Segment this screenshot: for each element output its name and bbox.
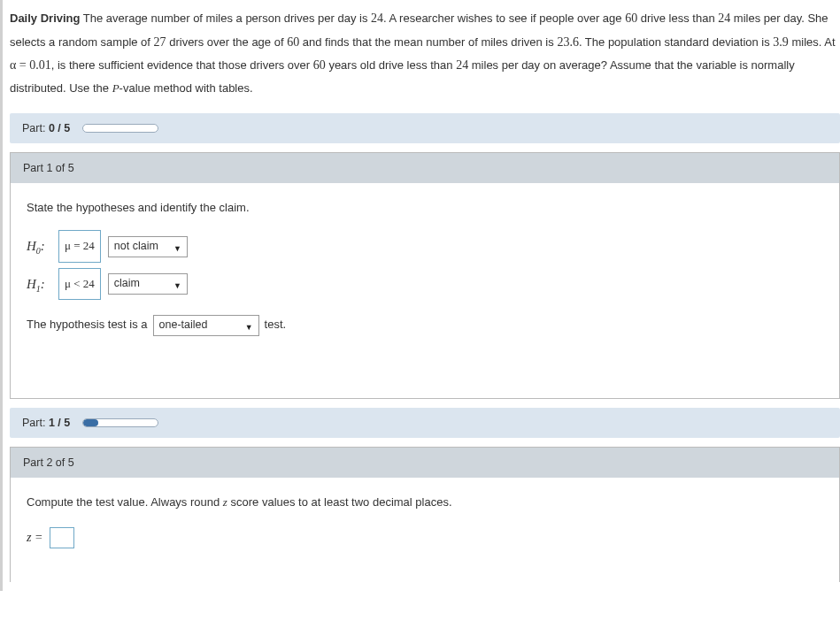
part-2-header: Part 2 of 5	[11, 448, 839, 478]
progress-track-0	[82, 124, 158, 133]
problem-statement: Daily Driving The average number of mile…	[10, 7, 840, 99]
z-value-input[interactable]	[50, 527, 74, 548]
progress-bar-1: Part: 1 / 5	[10, 408, 840, 438]
progress-fill-1	[83, 419, 98, 426]
part-2-instruction: Compute the test value. Always round z s…	[27, 494, 823, 512]
h0-claim-select[interactable]: not claim	[108, 236, 188, 257]
h0-row: H0: μ = 24 not claim	[27, 230, 823, 263]
z-row: z =	[27, 525, 823, 552]
part-1-header: Part 1 of 5	[11, 153, 839, 183]
h1-label: H1:	[27, 270, 51, 299]
tail-sentence-post: test.	[265, 312, 287, 338]
part-1-instruction: State the hypotheses and identify the cl…	[27, 199, 823, 218]
z-label: z =	[27, 525, 42, 552]
part-1-body: State the hypotheses and identify the cl…	[11, 183, 839, 398]
part-2-panel: Part 2 of 5 Compute the test value. Alwa…	[10, 447, 840, 582]
progress-label-1: Part: 1 / 5	[22, 417, 70, 429]
h1-expression-input[interactable]: μ < 24	[58, 268, 101, 301]
progress-track-1	[82, 418, 158, 427]
h1-row: H1: μ < 24 claim	[27, 268, 823, 301]
tail-sentence-pre: The hypothesis test is a	[27, 312, 148, 338]
part-1-panel: Part 1 of 5 State the hypotheses and ide…	[10, 152, 840, 399]
h0-label: H0:	[27, 232, 51, 261]
problem-title: Daily Driving	[10, 11, 80, 25]
progress-bar-0: Part: 0 / 5	[10, 113, 840, 143]
h1-claim-select[interactable]: claim	[108, 273, 188, 295]
tail-select[interactable]: one-tailed	[153, 315, 259, 336]
part-2-body: Compute the test value. Always round z s…	[11, 478, 839, 582]
tail-sentence: The hypothesis test is a one-tailed test…	[27, 312, 823, 338]
h0-expression-input[interactable]: μ = 24	[58, 230, 101, 263]
progress-label-0: Part: 0 / 5	[22, 122, 70, 134]
